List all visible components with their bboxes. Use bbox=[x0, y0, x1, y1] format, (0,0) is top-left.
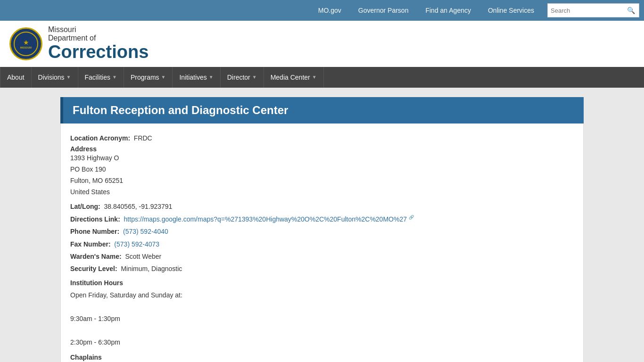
dept-of-label: Department of bbox=[48, 34, 149, 42]
external-link-icon: 🔗 bbox=[409, 215, 414, 220]
nav-facilities-arrow: ▼ bbox=[112, 74, 117, 80]
nav-director-arrow: ▼ bbox=[252, 74, 257, 80]
phone-link[interactable]: (573) 592-4040 bbox=[123, 228, 168, 235]
content-wrapper: Fulton Reception and Diagnostic Center L… bbox=[51, 97, 593, 362]
page-title: Fulton Reception and Diagnostic Center bbox=[60, 97, 584, 123]
state-seal: ★ MISSOURI bbox=[9, 27, 42, 60]
security-value: Minimum, Diagnostic bbox=[121, 265, 182, 272]
seal-star: ★ bbox=[23, 39, 29, 46]
nav-director[interactable]: Director ▼ bbox=[221, 67, 264, 88]
search-input[interactable] bbox=[551, 7, 626, 14]
location-acronym-value: FRDC bbox=[134, 134, 152, 142]
latlong-row: Lat/Long: 38.840565, -91.923791 bbox=[70, 201, 574, 212]
hours-heading: Institution Hours bbox=[70, 279, 574, 287]
nav-divisions-arrow: ▼ bbox=[66, 74, 71, 80]
nav-initiatives-arrow: ▼ bbox=[209, 74, 214, 80]
detail-section: Location Acronym: FRDC Address 1393 High… bbox=[60, 123, 584, 362]
nav-media-center-arrow: ▼ bbox=[312, 74, 317, 80]
topbar-link-mogov[interactable]: MO.gov bbox=[310, 0, 350, 21]
nav-programs[interactable]: Programs ▼ bbox=[124, 67, 173, 88]
search-button[interactable]: 🔍 bbox=[626, 7, 636, 14]
phone-label: Phone Number: bbox=[70, 228, 119, 235]
search-container: 🔍 bbox=[547, 3, 639, 17]
state-label: Missouri bbox=[48, 25, 149, 34]
seal-text: MISSOURI bbox=[20, 46, 32, 49]
nav-programs-arrow: ▼ bbox=[161, 74, 166, 80]
fax-link[interactable]: (573) 592-4073 bbox=[114, 240, 159, 248]
directions-label: Directions Link: bbox=[70, 215, 120, 223]
hours-block: Open Friday, Saturday and Sunday at: 9:3… bbox=[70, 289, 574, 349]
seal-inner: ★ MISSOURI bbox=[14, 32, 38, 56]
warden-row: Warden's Name: Scott Weber bbox=[70, 251, 574, 262]
security-label: Security Level: bbox=[70, 265, 117, 272]
directions-row: Directions Link: https://maps.google.com… bbox=[70, 214, 574, 224]
security-row: Security Level: Minimum, Diagnostic bbox=[70, 263, 574, 274]
nav-facilities[interactable]: Facilities ▼ bbox=[78, 67, 124, 88]
topbar-link-governor[interactable]: Governor Parson bbox=[350, 0, 417, 21]
fax-row: Fax Number: (573) 592-4073 bbox=[70, 239, 574, 249]
hours-slot2: 2:30pm - 6:30pm bbox=[70, 337, 574, 348]
location-acronym-row: Location Acronym: FRDC bbox=[70, 133, 574, 143]
address-line2: PO Box 190 bbox=[70, 164, 574, 175]
dept-name-label: Corrections bbox=[48, 42, 149, 62]
nav-media-center[interactable]: Media Center ▼ bbox=[264, 67, 324, 88]
warden-label: Warden's Name: bbox=[70, 253, 122, 260]
nav-initiatives[interactable]: Initiatives ▼ bbox=[173, 67, 220, 88]
topbar-link-online-services[interactable]: Online Services bbox=[479, 0, 543, 21]
logo-text-block: Missouri Department of Corrections bbox=[48, 25, 149, 62]
chaplains-heading: Chaplains bbox=[70, 354, 574, 361]
site-header: ★ MISSOURI Missouri Department of Correc… bbox=[0, 21, 644, 67]
latlong-value: 38.840565, -91.923791 bbox=[104, 203, 173, 210]
warden-value: Scott Weber bbox=[125, 253, 161, 260]
latlong-label: Lat/Long: bbox=[70, 203, 100, 210]
hours-intro: Open Friday, Saturday and Sunday at: bbox=[70, 289, 574, 301]
topbar-link-find-agency[interactable]: Find an Agency bbox=[417, 0, 479, 21]
main-nav: About Divisions ▼ Facilities ▼ Programs … bbox=[0, 67, 644, 88]
directions-link[interactable]: https://maps.google.com/maps?q=%271393%2… bbox=[124, 215, 407, 223]
address-label: Address bbox=[70, 145, 574, 153]
address-lines: 1393 Highway O PO Box 190 Fulton, MO 652… bbox=[70, 153, 574, 197]
top-bar: MO.gov Governor Parson Find an Agency On… bbox=[0, 0, 644, 21]
address-line3: Fulton, MO 65251 bbox=[70, 175, 574, 187]
phone-row: Phone Number: (573) 592-4040 bbox=[70, 226, 574, 237]
logo-area: ★ MISSOURI Missouri Department of Correc… bbox=[9, 25, 149, 62]
hours-slot1: 9:30am - 1:30pm bbox=[70, 313, 574, 325]
nav-about[interactable]: About bbox=[0, 67, 32, 88]
location-acronym-label: Location Acronym: bbox=[70, 134, 130, 142]
address-line1: 1393 Highway O bbox=[70, 153, 574, 164]
address-block: Address 1393 Highway O PO Box 190 Fulton… bbox=[70, 145, 574, 197]
nav-divisions[interactable]: Divisions ▼ bbox=[32, 67, 78, 88]
address-line4: United States bbox=[70, 187, 574, 198]
fax-label: Fax Number: bbox=[70, 240, 111, 248]
